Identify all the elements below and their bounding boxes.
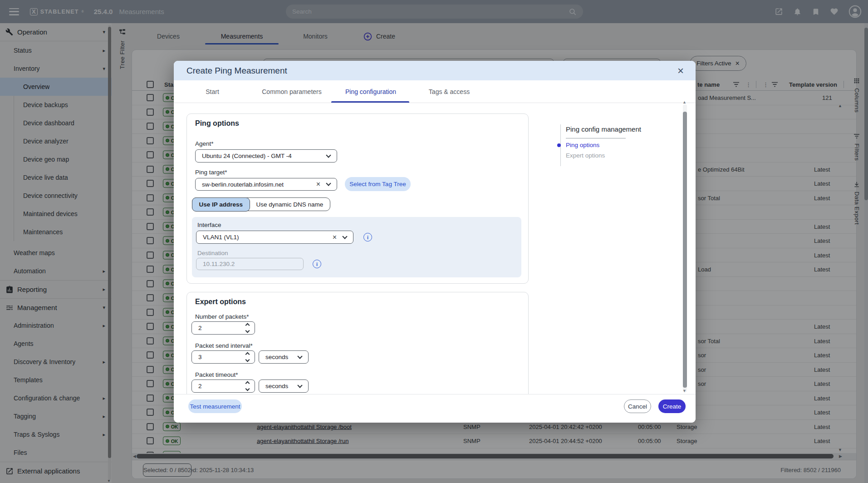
stepper-arrows[interactable] bbox=[246, 382, 249, 390]
config-nav-divider bbox=[566, 138, 626, 138]
create-button[interactable]: Create bbox=[658, 399, 686, 413]
dialog-title: Create Ping Measurement bbox=[186, 66, 287, 76]
active-section-bullet bbox=[557, 143, 561, 147]
agent-select[interactable]: Ubuntu 24 (Connected) - GMT -4 bbox=[195, 149, 337, 163]
clear-icon[interactable]: × bbox=[314, 180, 322, 188]
destination-value: 10.11.230.2 bbox=[203, 261, 235, 267]
chevron-down-icon[interactable] bbox=[245, 387, 250, 391]
expert-options-title: Expert options bbox=[195, 298, 246, 306]
timeout-unit: seconds bbox=[265, 383, 288, 389]
packets-label: Number of packets* bbox=[195, 313, 249, 320]
chevron-down-icon bbox=[297, 383, 302, 388]
config-nav-title: Ping config management bbox=[566, 125, 641, 133]
send-interval-unit: seconds bbox=[265, 354, 288, 360]
interface-value: VLAN1 (VL1) bbox=[203, 234, 239, 241]
chevron-down-icon bbox=[342, 234, 347, 239]
stablenet-app: X STABLENET® 25.4.0 Measurements Search bbox=[0, 0, 868, 483]
ping-target-select[interactable]: sw-berlin.routerlab.infosim.net × bbox=[195, 178, 337, 191]
timeout-label: Packet timeout* bbox=[195, 371, 238, 378]
interface-subpanel: Interface VLAN1 (VL1) × i Destination 10… bbox=[192, 217, 521, 277]
chevron-up-icon[interactable] bbox=[245, 352, 250, 357]
destination-field[interactable]: 10.11.230.2 bbox=[196, 258, 304, 270]
expert-options-panel: Expert options Number of packets* 2 Pack… bbox=[186, 292, 529, 401]
toggle-option[interactable]: Use dynamic DNS name bbox=[250, 198, 330, 211]
ping-options-panel: Ping options Agent* Ubuntu 24 (Connected… bbox=[186, 113, 529, 284]
dialog-header: Create Ping Measurement × bbox=[174, 61, 696, 80]
active-tab-underline bbox=[331, 101, 409, 103]
send-interval-stepper[interactable]: 3 bbox=[191, 350, 255, 364]
dialog-tab-bar: Start Common parameters Ping configurati… bbox=[174, 80, 696, 103]
close-icon[interactable]: × bbox=[677, 65, 684, 76]
chevron-up-icon[interactable] bbox=[245, 381, 250, 386]
interface-select[interactable]: VLAN1 (VL1) × bbox=[196, 231, 353, 244]
tab-tags-access[interactable]: Tags & access bbox=[429, 80, 470, 103]
modal-scroll-down-icon[interactable]: ▼ bbox=[682, 389, 687, 393]
send-interval-value: 3 bbox=[198, 354, 202, 360]
agent-value: Ubuntu 24 (Connected) - GMT -4 bbox=[202, 153, 292, 159]
ping-target-value: sw-berlin.routerlab.infosim.net bbox=[202, 181, 284, 188]
packets-stepper[interactable]: 2 bbox=[191, 321, 255, 335]
interface-label: Interface bbox=[197, 222, 221, 228]
chevron-down-icon[interactable] bbox=[245, 329, 250, 333]
destination-info-icon[interactable]: i bbox=[313, 260, 321, 268]
target-mode-toggle: Use IP address Use dynamic DNS name bbox=[192, 197, 330, 211]
chevron-up-icon[interactable] bbox=[245, 323, 250, 328]
stepper-arrows[interactable] bbox=[246, 324, 249, 332]
chevron-down-icon bbox=[326, 153, 331, 158]
toggle-option[interactable]: Use IP address bbox=[192, 197, 250, 212]
timeout-unit-select[interactable]: seconds bbox=[259, 380, 309, 393]
send-interval-unit-select[interactable]: seconds bbox=[259, 350, 309, 364]
chevron-down-icon[interactable] bbox=[245, 358, 250, 362]
packets-value: 2 bbox=[198, 325, 202, 331]
timeout-stepper[interactable]: 2 bbox=[191, 380, 255, 393]
stepper-arrows[interactable] bbox=[246, 353, 249, 361]
chevron-down-icon bbox=[297, 354, 302, 359]
select-from-tag-tree-button[interactable]: Select from Tag Tree bbox=[345, 177, 411, 191]
modal-scrollbar-thumb[interactable] bbox=[683, 112, 687, 388]
tab-ping-configuration[interactable]: Ping configuration bbox=[345, 80, 396, 103]
cancel-button[interactable]: Cancel bbox=[624, 399, 651, 413]
timeout-value: 2 bbox=[198, 383, 202, 389]
ping-target-label: Ping target* bbox=[195, 169, 227, 176]
agent-label: Agent* bbox=[195, 140, 214, 147]
create-ping-measurement-dialog: Create Ping Measurement × Start Common p… bbox=[174, 61, 696, 423]
tab-start[interactable]: Start bbox=[206, 80, 219, 103]
tab-common-parameters[interactable]: Common parameters bbox=[262, 80, 322, 103]
modal-scroll-up-icon[interactable]: ▲ bbox=[682, 100, 687, 104]
dialog-footer: Test measurement Cancel Create bbox=[174, 394, 696, 423]
nav-ping-options[interactable]: Ping options bbox=[566, 142, 599, 148]
toggle-option-label: Use dynamic DNS name bbox=[256, 201, 324, 208]
chevron-down-icon bbox=[326, 181, 331, 186]
nav-expert-options[interactable]: Expert options bbox=[566, 152, 605, 159]
interface-info-icon[interactable]: i bbox=[363, 233, 372, 242]
destination-label: Destination bbox=[197, 250, 228, 256]
toggle-option-label: Use IP address bbox=[199, 201, 243, 208]
send-interval-label: Packet send interval* bbox=[195, 342, 253, 349]
clear-icon[interactable]: × bbox=[331, 233, 338, 242]
ping-options-title: Ping options bbox=[195, 119, 239, 128]
test-measurement-button[interactable]: Test measurement bbox=[188, 399, 242, 413]
